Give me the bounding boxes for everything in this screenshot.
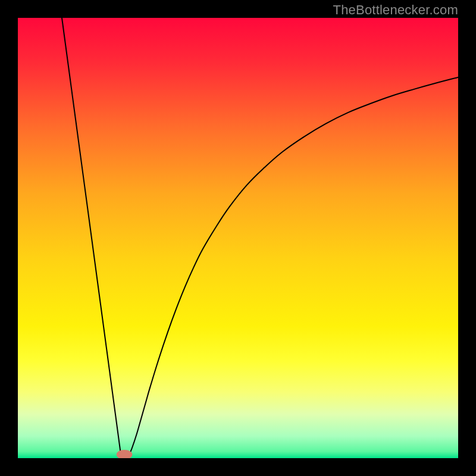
gradient-background [18, 18, 458, 458]
plot-area [18, 18, 458, 458]
watermark: TheBottlenecker.com [333, 2, 458, 18]
chart-frame: TheBottlenecker.com [0, 0, 476, 476]
chart-svg [18, 18, 458, 458]
